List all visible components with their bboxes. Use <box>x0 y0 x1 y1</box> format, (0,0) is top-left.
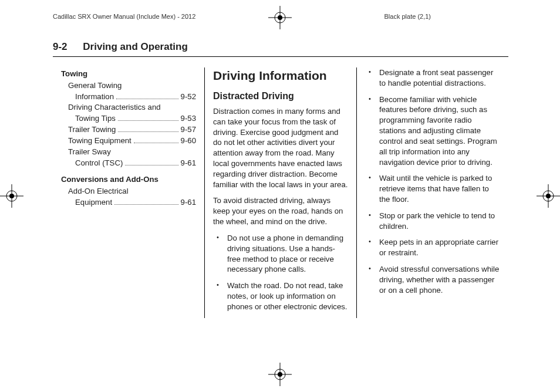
toc-entry: Control (TSC)9-61 <box>61 158 196 168</box>
toc-label: Trailer Towing <box>68 124 116 135</box>
bullet-item: Do not use a phone in demanding driving … <box>213 233 348 275</box>
toc-label: General Towing <box>68 80 122 91</box>
toc-label: Control (TSC) <box>75 158 123 168</box>
toc-entry: Information9-52 <box>61 92 196 102</box>
toc-leader <box>118 131 178 132</box>
toc-label: Information <box>75 92 114 102</box>
body-paragraph: Distraction comes in many forms and can … <box>213 106 348 190</box>
crop-mark-top <box>268 6 292 29</box>
bullet-list: Do not use a phone in demanding driving … <box>213 233 348 312</box>
bullet-item: Designate a front seat passenger to hand… <box>365 67 500 89</box>
toc-page: 9-60 <box>181 136 196 146</box>
svg-point-14 <box>543 191 554 201</box>
toc-page: 9-61 <box>181 197 196 208</box>
svg-point-10 <box>6 191 17 201</box>
toc-entry: Driving Characteristics and <box>61 102 196 113</box>
toc-label: Add-On Electrical <box>68 186 129 197</box>
toc-column: TowingGeneral TowingInformation9-52Drivi… <box>53 67 204 318</box>
toc-entry: General Towing <box>61 80 196 91</box>
toc-page: 9-52 <box>181 92 196 102</box>
section-subtitle: Distracted Driving <box>213 90 348 103</box>
toc-heading: Conversions and Add-Ons <box>61 174 196 185</box>
toc-page: 9-53 <box>181 113 196 124</box>
crop-mark-left <box>0 184 23 208</box>
bullet-item: Become familiar with vehicle features be… <box>365 94 500 168</box>
toc-entry: Equipment9-61 <box>61 197 196 208</box>
svg-point-2 <box>275 12 285 23</box>
bullet-item: Stop or park the vehicle to tend to chil… <box>365 211 500 232</box>
toc-leader <box>114 204 178 205</box>
svg-point-3 <box>278 15 282 20</box>
running-head: 9-2 Driving and Operating <box>53 41 508 57</box>
chapter-title: Driving and Operating <box>83 41 188 52</box>
toc-entry: Towing Tips9-53 <box>61 113 196 124</box>
crop-mark-right <box>537 184 560 208</box>
bullet-item: Avoid stressful conversations while driv… <box>365 264 500 295</box>
toc-entry: Trailer Sway <box>61 147 196 157</box>
toc-entry: Trailer Towing9-57 <box>61 124 196 135</box>
toc-page: 9-61 <box>181 158 196 168</box>
toc-entry: Add-On Electrical <box>61 186 196 197</box>
toc-leader <box>134 143 178 143</box>
body-paragraph: To avoid distracted driving, always keep… <box>213 195 348 227</box>
section-title: Driving Information <box>213 67 348 84</box>
doc-title: Cadillac SRX Owner Manual (Include Mex) … <box>53 13 195 20</box>
bullet-item: Watch the road. Do not read, take notes,… <box>213 281 348 312</box>
svg-point-11 <box>9 194 14 198</box>
toc-label: Towing Equipment <box>68 136 131 146</box>
content-column-2: Designate a front seat passenger to hand… <box>356 67 508 318</box>
svg-point-7 <box>278 372 282 377</box>
bullet-item: Keep pets in an appropriate carrier or r… <box>365 237 500 258</box>
toc-label: Equipment <box>75 197 112 208</box>
toc-leader <box>118 120 178 121</box>
toc-leader <box>125 165 178 165</box>
svg-point-6 <box>275 369 285 380</box>
plate-info: Black plate (2,1) <box>384 13 431 20</box>
toc-entry: Towing Equipment9-60 <box>61 136 196 146</box>
page-number: 9-2 <box>53 41 68 52</box>
toc-page: 9-57 <box>181 124 196 135</box>
toc-leader <box>116 99 178 99</box>
page-body: 9-2 Driving and Operating TowingGeneral … <box>53 41 508 318</box>
crop-mark-bottom <box>268 363 292 386</box>
toc-label: Trailer Sway <box>68 147 111 157</box>
toc-label: Driving Characteristics and <box>68 102 161 113</box>
toc-label: Towing Tips <box>75 113 116 124</box>
content-column-1: Driving Information Distracted Driving D… <box>204 67 356 318</box>
svg-point-15 <box>546 194 551 198</box>
toc-heading: Towing <box>61 69 196 79</box>
bullet-list: Designate a front seat passenger to hand… <box>365 67 500 295</box>
bullet-item: Wait until the vehicle is parked to retr… <box>365 173 500 204</box>
